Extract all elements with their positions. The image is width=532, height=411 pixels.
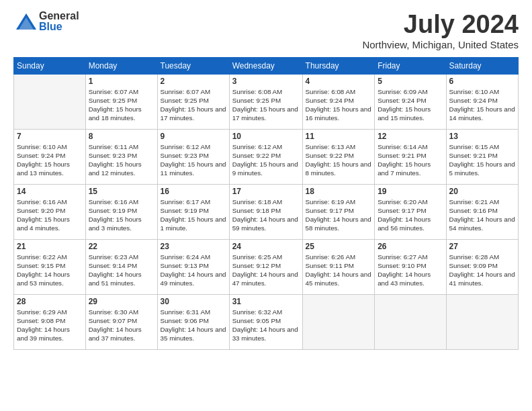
day-info: Sunrise: 6:12 AM Sunset: 9:22 PM Dayligh… xyxy=(232,142,300,178)
calendar-header: SundayMondayTuesdayWednesdayThursdayFrid… xyxy=(14,57,519,74)
calendar-cell: 24Sunrise: 6:25 AM Sunset: 9:12 PM Dayli… xyxy=(229,239,302,294)
day-info: Sunrise: 6:18 AM Sunset: 9:18 PM Dayligh… xyxy=(232,197,300,233)
day-number: 17 xyxy=(232,187,300,196)
day-number: 16 xyxy=(161,187,226,196)
day-info: Sunrise: 6:07 AM Sunset: 9:25 PM Dayligh… xyxy=(161,87,226,123)
day-number: 20 xyxy=(449,187,515,196)
day-number: 6 xyxy=(449,77,515,86)
day-info: Sunrise: 6:23 AM Sunset: 9:14 PM Dayligh… xyxy=(89,253,154,288)
day-number: 29 xyxy=(89,297,154,306)
calendar-cell: 13Sunrise: 6:15 AM Sunset: 9:21 PM Dayli… xyxy=(446,129,518,184)
week-row: 21Sunrise: 6:22 AM Sunset: 9:15 PM Dayli… xyxy=(14,239,519,294)
calendar-cell: 20Sunrise: 6:21 AM Sunset: 9:16 PM Dayli… xyxy=(446,184,518,239)
day-header-wednesday: Wednesday xyxy=(229,57,302,74)
day-info: Sunrise: 6:08 AM Sunset: 9:24 PM Dayligh… xyxy=(306,87,372,123)
day-info: Sunrise: 6:10 AM Sunset: 9:24 PM Dayligh… xyxy=(17,142,83,178)
calendar-cell: 18Sunrise: 6:19 AM Sunset: 9:17 PM Dayli… xyxy=(302,184,375,239)
day-header-saturday: Saturday xyxy=(446,57,518,74)
calendar-cell: 31Sunrise: 6:32 AM Sunset: 9:05 PM Dayli… xyxy=(229,294,302,349)
day-number: 15 xyxy=(89,187,154,196)
logo-icon xyxy=(13,11,39,36)
calendar-cell: 26Sunrise: 6:27 AM Sunset: 9:10 PM Dayli… xyxy=(375,239,446,294)
calendar-cell: 14Sunrise: 6:16 AM Sunset: 9:20 PM Dayli… xyxy=(14,184,86,239)
day-number: 5 xyxy=(378,77,443,86)
day-info: Sunrise: 6:29 AM Sunset: 9:08 PM Dayligh… xyxy=(17,308,83,343)
logo: General Blue xyxy=(13,11,79,36)
day-info: Sunrise: 6:22 AM Sunset: 9:15 PM Dayligh… xyxy=(17,253,83,288)
day-number: 14 xyxy=(17,187,83,196)
calendar-cell: 5Sunrise: 6:09 AM Sunset: 9:24 PM Daylig… xyxy=(375,74,446,129)
main-title: July 2024 xyxy=(362,11,519,39)
calendar-cell: 2Sunrise: 6:07 AM Sunset: 9:25 PM Daylig… xyxy=(157,74,229,129)
calendar-cell: 28Sunrise: 6:29 AM Sunset: 9:08 PM Dayli… xyxy=(14,294,86,349)
calendar-cell: 1Sunrise: 6:07 AM Sunset: 9:25 PM Daylig… xyxy=(85,74,157,129)
day-info: Sunrise: 6:19 AM Sunset: 9:17 PM Dayligh… xyxy=(306,197,372,233)
subtitle: Northview, Michigan, United States xyxy=(362,39,519,50)
day-info: Sunrise: 6:09 AM Sunset: 9:24 PM Dayligh… xyxy=(378,87,443,123)
day-info: Sunrise: 6:11 AM Sunset: 9:23 PM Dayligh… xyxy=(89,142,154,178)
day-header-monday: Monday xyxy=(85,57,157,74)
day-number: 4 xyxy=(306,77,372,86)
day-number: 8 xyxy=(89,132,154,141)
day-info: Sunrise: 6:30 AM Sunset: 9:07 PM Dayligh… xyxy=(89,308,154,343)
calendar-cell: 9Sunrise: 6:12 AM Sunset: 9:23 PM Daylig… xyxy=(157,129,229,184)
day-info: Sunrise: 6:12 AM Sunset: 9:23 PM Dayligh… xyxy=(161,142,226,178)
day-info: Sunrise: 6:31 AM Sunset: 9:06 PM Dayligh… xyxy=(161,308,226,343)
calendar-cell: 3Sunrise: 6:08 AM Sunset: 9:25 PM Daylig… xyxy=(229,74,302,129)
calendar-cell: 10Sunrise: 6:12 AM Sunset: 9:22 PM Dayli… xyxy=(229,129,302,184)
logo-general: General xyxy=(39,11,79,21)
calendar-cell: 12Sunrise: 6:14 AM Sunset: 9:21 PM Dayli… xyxy=(375,129,446,184)
day-info: Sunrise: 6:07 AM Sunset: 9:25 PM Dayligh… xyxy=(89,87,154,123)
day-info: Sunrise: 6:24 AM Sunset: 9:13 PM Dayligh… xyxy=(161,253,226,288)
calendar: SundayMondayTuesdayWednesdayThursdayFrid… xyxy=(13,57,519,350)
week-row: 14Sunrise: 6:16 AM Sunset: 9:20 PM Dayli… xyxy=(14,184,519,239)
day-number: 31 xyxy=(232,297,300,306)
day-number: 24 xyxy=(232,242,300,251)
day-number: 1 xyxy=(89,77,154,86)
day-info: Sunrise: 6:28 AM Sunset: 9:09 PM Dayligh… xyxy=(449,253,515,288)
day-number: 25 xyxy=(306,242,372,251)
day-number: 9 xyxy=(161,132,226,141)
week-row: 1Sunrise: 6:07 AM Sunset: 9:25 PM Daylig… xyxy=(14,74,519,129)
calendar-cell: 7Sunrise: 6:10 AM Sunset: 9:24 PM Daylig… xyxy=(14,129,86,184)
calendar-cell: 15Sunrise: 6:16 AM Sunset: 9:19 PM Dayli… xyxy=(85,184,157,239)
day-number: 7 xyxy=(17,132,83,141)
day-info: Sunrise: 6:17 AM Sunset: 9:19 PM Dayligh… xyxy=(161,197,226,233)
calendar-cell: 6Sunrise: 6:10 AM Sunset: 9:24 PM Daylig… xyxy=(446,74,518,129)
calendar-body: 1Sunrise: 6:07 AM Sunset: 9:25 PM Daylig… xyxy=(14,74,519,349)
calendar-cell: 21Sunrise: 6:22 AM Sunset: 9:15 PM Dayli… xyxy=(14,239,86,294)
day-info: Sunrise: 6:15 AM Sunset: 9:21 PM Dayligh… xyxy=(449,142,515,178)
calendar-cell: 29Sunrise: 6:30 AM Sunset: 9:07 PM Dayli… xyxy=(85,294,157,349)
day-header-row: SundayMondayTuesdayWednesdayThursdayFrid… xyxy=(14,57,519,74)
day-number: 19 xyxy=(378,187,443,196)
calendar-cell: 30Sunrise: 6:31 AM Sunset: 9:06 PM Dayli… xyxy=(157,294,229,349)
day-number: 26 xyxy=(378,242,443,251)
header: General Blue July 2024 Northview, Michig… xyxy=(13,11,519,50)
calendar-cell xyxy=(302,294,375,349)
day-header-sunday: Sunday xyxy=(14,57,86,74)
day-number: 10 xyxy=(232,132,300,141)
calendar-cell: 27Sunrise: 6:28 AM Sunset: 9:09 PM Dayli… xyxy=(446,239,518,294)
logo-blue: Blue xyxy=(39,21,79,32)
logo-text: General Blue xyxy=(39,11,79,32)
day-number: 22 xyxy=(89,242,154,251)
day-header-friday: Friday xyxy=(375,57,446,74)
day-info: Sunrise: 6:21 AM Sunset: 9:16 PM Dayligh… xyxy=(449,197,515,233)
day-header-thursday: Thursday xyxy=(302,57,375,74)
calendar-cell: 22Sunrise: 6:23 AM Sunset: 9:14 PM Dayli… xyxy=(85,239,157,294)
calendar-cell: 16Sunrise: 6:17 AM Sunset: 9:19 PM Dayli… xyxy=(157,184,229,239)
day-info: Sunrise: 6:16 AM Sunset: 9:19 PM Dayligh… xyxy=(89,197,154,233)
calendar-cell: 4Sunrise: 6:08 AM Sunset: 9:24 PM Daylig… xyxy=(302,74,375,129)
calendar-cell: 23Sunrise: 6:24 AM Sunset: 9:13 PM Dayli… xyxy=(157,239,229,294)
day-number: 11 xyxy=(306,132,372,141)
day-info: Sunrise: 6:13 AM Sunset: 9:22 PM Dayligh… xyxy=(306,142,372,178)
day-number: 28 xyxy=(17,297,83,306)
day-info: Sunrise: 6:25 AM Sunset: 9:12 PM Dayligh… xyxy=(232,253,300,288)
page: General Blue July 2024 Northview, Michig… xyxy=(0,0,532,411)
day-number: 21 xyxy=(17,242,83,251)
week-row: 7Sunrise: 6:10 AM Sunset: 9:24 PM Daylig… xyxy=(14,129,519,184)
day-header-tuesday: Tuesday xyxy=(157,57,229,74)
day-info: Sunrise: 6:27 AM Sunset: 9:10 PM Dayligh… xyxy=(378,253,443,288)
day-info: Sunrise: 6:08 AM Sunset: 9:25 PM Dayligh… xyxy=(232,87,300,123)
day-info: Sunrise: 6:14 AM Sunset: 9:21 PM Dayligh… xyxy=(378,142,443,178)
